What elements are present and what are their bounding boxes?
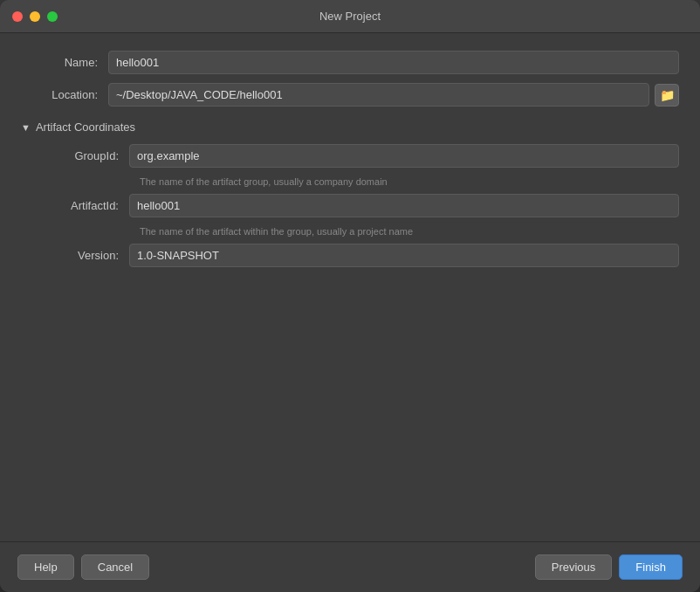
dialog-title: New Project bbox=[319, 10, 381, 23]
help-button[interactable]: Help bbox=[17, 554, 74, 580]
version-input[interactable] bbox=[129, 244, 679, 267]
location-input[interactable] bbox=[108, 83, 649, 107]
location-input-wrapper: 📁 bbox=[108, 83, 679, 107]
dialog-content: Name: Location: 📁 ▼ Artifact Coordinates… bbox=[0, 33, 700, 541]
name-input[interactable] bbox=[108, 51, 679, 74]
artifactid-label: ArtifactId: bbox=[42, 199, 129, 212]
footer-left-buttons: Help Cancel bbox=[17, 554, 149, 580]
groupid-input[interactable] bbox=[129, 144, 679, 168]
version-row: Version: bbox=[42, 244, 679, 267]
title-bar: New Project bbox=[0, 0, 700, 33]
artifactid-hint: The name of the artifact within the grou… bbox=[129, 226, 679, 237]
name-input-wrapper bbox=[108, 51, 679, 74]
folder-icon: 📁 bbox=[660, 88, 675, 102]
artifact-section-header: ▼ Artifact Coordinates bbox=[21, 120, 679, 134]
artifact-section-title: Artifact Coordinates bbox=[36, 120, 135, 134]
artifactid-input-wrapper bbox=[129, 194, 679, 217]
traffic-lights bbox=[12, 11, 58, 22]
groupid-input-wrapper bbox=[129, 144, 679, 168]
groupid-hint: The name of the artifact group, usually … bbox=[129, 176, 679, 187]
minimize-button[interactable] bbox=[30, 11, 40, 22]
section-toggle-icon[interactable]: ▼ bbox=[21, 122, 31, 133]
cancel-button[interactable]: Cancel bbox=[81, 554, 149, 580]
browse-folder-button[interactable]: 📁 bbox=[655, 84, 679, 107]
artifactid-row: ArtifactId: bbox=[42, 194, 679, 217]
name-label: Name: bbox=[21, 56, 108, 69]
location-label: Location: bbox=[21, 88, 108, 101]
close-button[interactable] bbox=[12, 11, 23, 22]
groupid-row: GroupId: bbox=[42, 144, 679, 168]
maximize-button[interactable] bbox=[47, 11, 58, 22]
artifact-fields: GroupId: The name of the artifact group,… bbox=[21, 144, 679, 276]
dialog-footer: Help Cancel Previous Finish bbox=[0, 541, 700, 592]
finish-button[interactable]: Finish bbox=[619, 554, 683, 580]
version-input-wrapper bbox=[129, 244, 679, 267]
footer-right-buttons: Previous Finish bbox=[535, 554, 683, 580]
version-label: Version: bbox=[42, 249, 129, 262]
dialog-window: New Project Name: Location: 📁 ▼ Artifact… bbox=[0, 0, 700, 592]
artifactid-input[interactable] bbox=[129, 194, 679, 217]
previous-button[interactable]: Previous bbox=[535, 554, 613, 580]
name-row: Name: bbox=[21, 51, 679, 74]
groupid-label: GroupId: bbox=[42, 149, 129, 162]
location-row: Location: 📁 bbox=[21, 83, 679, 107]
